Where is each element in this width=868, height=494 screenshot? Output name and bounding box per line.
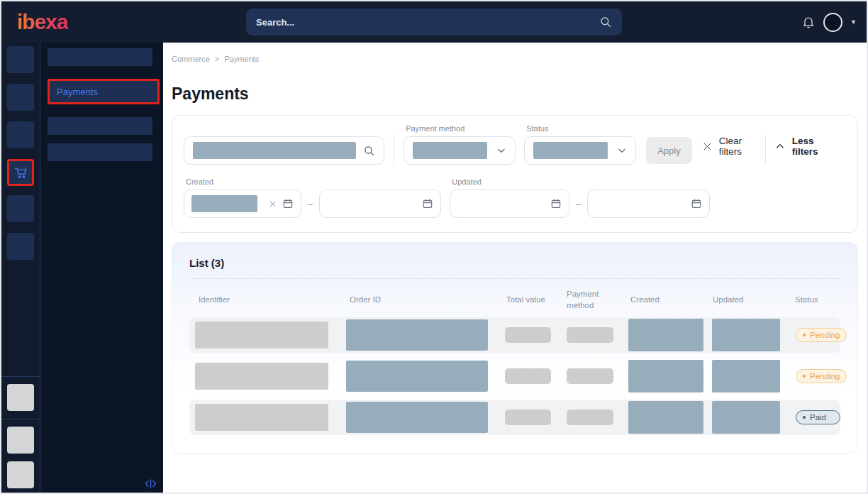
page-title: Payments — [172, 84, 858, 104]
redacted-payment-method — [567, 327, 613, 343]
clear-filters-button[interactable]: Clear filters — [702, 136, 765, 157]
status-select[interactable] — [524, 136, 636, 165]
updated-range-field: Updated – — [450, 177, 710, 218]
chevron-up-icon — [775, 141, 785, 151]
updated-label: Updated — [452, 177, 710, 186]
created-label: Created — [186, 177, 441, 186]
sidebar-item-commerce[interactable] — [7, 159, 34, 186]
status-badge: Paid — [796, 410, 840, 424]
sidebar-item-6[interactable] — [7, 233, 34, 260]
sidebar-item-1[interactable] — [7, 46, 34, 73]
filter-divider — [765, 135, 766, 165]
range-separator: – — [576, 199, 581, 209]
redacted-total-value — [505, 410, 551, 425]
redacted-order-id — [346, 361, 488, 392]
chevron-down-icon — [496, 146, 506, 155]
redacted-updated — [712, 401, 780, 434]
subnav-item-4[interactable] — [48, 143, 152, 161]
breadcrumb-payments[interactable]: Payments — [224, 55, 259, 63]
sidebar-bottom-group — [1, 376, 40, 493]
redacted-order-id — [346, 402, 488, 433]
created-from-input[interactable] — [184, 190, 301, 218]
bell-icon[interactable] — [801, 15, 816, 29]
sidebar-bottom-item-1[interactable] — [7, 384, 34, 411]
redacted-identifier — [195, 404, 328, 431]
subnav-item-payments[interactable]: Payments — [48, 79, 160, 104]
payment-method-select[interactable] — [404, 136, 516, 165]
sidebar-divider — [1, 376, 40, 377]
updated-range-inputs: – — [450, 190, 710, 218]
col-payment-method: Payment method — [560, 288, 621, 311]
close-icon[interactable] — [269, 200, 277, 208]
status-label: Status — [526, 124, 636, 133]
table-header: Identifier Order ID Total value Payment … — [189, 287, 840, 312]
global-search-input[interactable] — [256, 17, 599, 28]
redacted-order-id — [346, 319, 488, 351]
breadcrumb-commerce[interactable]: Commerce — [172, 55, 210, 63]
sidebar-item-2[interactable] — [7, 84, 34, 111]
redacted-selected-value — [533, 142, 608, 159]
payment-method-field: Payment method — [404, 124, 516, 165]
breadcrumb-separator: > — [215, 55, 219, 63]
sidebar-divider — [1, 419, 40, 419]
redacted-total-value — [505, 368, 551, 384]
status-field: Status — [524, 124, 636, 165]
filters-panel: Payment method Status — [172, 115, 858, 233]
updated-from-input[interactable] — [450, 190, 569, 218]
sidebar-bottom-item-2[interactable] — [7, 427, 34, 454]
clear-filters-label: Clear filters — [719, 136, 765, 157]
table-row[interactable]: Pending — [189, 358, 840, 394]
collapse-sidebar-icon[interactable] — [145, 479, 157, 488]
less-filters-label: Less filters — [792, 136, 840, 157]
icon-sidebar — [1, 43, 40, 493]
sidebar-item-5[interactable] — [7, 195, 34, 222]
redacted-created — [628, 360, 703, 393]
sidebar-item-3[interactable] — [7, 121, 34, 148]
cart-icon — [13, 165, 28, 180]
secondary-sidebar: Payments — [40, 43, 163, 493]
calendar-icon[interactable] — [282, 198, 294, 209]
redacted-updated — [712, 360, 780, 393]
col-order-id: Order ID — [340, 294, 497, 305]
less-filters-button[interactable]: Less filters — [775, 136, 840, 157]
redacted-created — [628, 319, 703, 351]
list-divider — [189, 278, 840, 279]
col-total-value: Total value — [497, 294, 560, 305]
created-range-inputs: – — [184, 190, 441, 218]
range-separator: – — [308, 199, 313, 209]
apply-button[interactable]: Apply — [646, 137, 692, 164]
redacted-selected-value — [413, 142, 487, 159]
status-label: Pending — [810, 331, 840, 339]
ibexa-logo[interactable]: ibexa — [17, 10, 68, 34]
col-identifier: Identifier — [189, 294, 340, 305]
redacted-search-value — [193, 142, 356, 159]
status-dot-icon — [803, 334, 806, 336]
table-row[interactable]: Paid — [189, 400, 840, 435]
col-created: Created — [621, 294, 708, 305]
close-icon — [702, 141, 713, 152]
subnav-item-1[interactable] — [48, 48, 152, 66]
table-row[interactable]: Pending — [189, 317, 840, 353]
subnav-item-3[interactable] — [48, 117, 152, 135]
redacted-payment-method — [567, 410, 613, 425]
filters-row-2: Created – — [184, 177, 846, 218]
created-to-input[interactable] — [319, 190, 441, 218]
filter-search-input[interactable] — [184, 136, 384, 165]
updated-to-input[interactable] — [587, 190, 710, 218]
redacted-identifier — [195, 363, 328, 390]
global-search[interactable] — [246, 9, 622, 35]
app-window: ibexa ▼ — [0, 0, 868, 494]
calendar-icon[interactable] — [691, 198, 702, 209]
search-icon — [363, 145, 375, 157]
caret-down-icon[interactable]: ▼ — [850, 18, 857, 26]
main-content: Commerce>Payments Payments — [163, 43, 867, 493]
calendar-icon[interactable] — [422, 198, 433, 209]
avatar[interactable] — [823, 13, 842, 32]
status-label: Paid — [810, 413, 826, 422]
subnav-item-payments-label: Payments — [57, 87, 98, 97]
sidebar-bottom-item-3[interactable] — [7, 461, 34, 488]
status-label: Pending — [810, 372, 840, 380]
calendar-icon[interactable] — [550, 198, 562, 209]
app-body: Payments Commerce>Payments Payments — [1, 43, 867, 493]
redacted-identifier — [195, 322, 328, 348]
